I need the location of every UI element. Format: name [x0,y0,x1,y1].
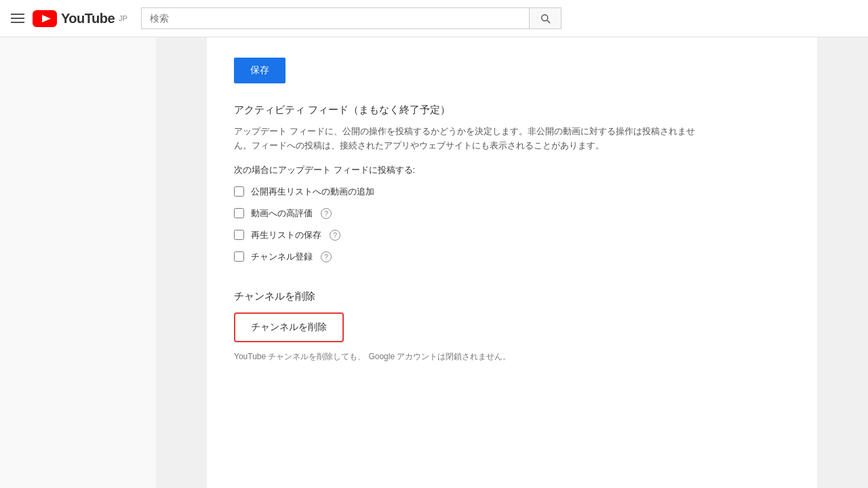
search-area [141,7,561,29]
delete-channel-section: チャンネルを削除 チャンネルを削除 YouTube チャンネルを削除しても、 G… [234,290,790,363]
checkbox-like[interactable] [234,208,244,218]
checkbox-label-save: 再生リストの保存 [251,229,321,241]
help-icon-save[interactable]: ? [330,230,340,241]
checkbox-save[interactable] [234,230,244,240]
checkbox-label-subscribe: チャンネル登録 [251,251,313,263]
checkbox-row-playlist: 公開再生リストへの動画の追加 [234,186,790,198]
checkbox-playlist[interactable] [234,186,244,197]
logo-area: YouTubeJP [33,10,127,27]
save-button[interactable]: 保存 [234,58,285,83]
delete-section-title: チャンネルを削除 [234,290,790,303]
checkbox-row-like: 動画への高評価 ? [234,207,790,220]
delete-note-suffix: Google アカウントは閉鎖されません。 [368,352,511,361]
checkbox-label-playlist: 公開再生リストへの動画の追加 [251,186,374,198]
search-button[interactable] [529,7,561,29]
logo-jp-text: JP [119,14,127,22]
search-input[interactable] [141,7,529,29]
settings-panel: 保存 アクティビティ フィード（まもなく終了予定） アップデート フィードに、公… [207,37,817,488]
activity-feed-title: アクティビティ フィード（まもなく終了予定） [234,104,790,117]
delete-button-wrapper: チャンネルを削除 [234,312,344,342]
feed-label: 次の場合にアップデート フィードに投稿する: [234,164,790,176]
delete-channel-button[interactable]: チャンネルを削除 [237,316,340,339]
checkbox-row-save: 再生リストの保存 ? [234,229,790,241]
help-icon-subscribe[interactable]: ? [321,251,332,262]
sidebar [0,37,156,488]
checkbox-subscribe[interactable] [234,251,244,262]
youtube-logo-icon [33,10,57,27]
help-icon-like[interactable]: ? [321,208,332,219]
checkbox-group: 公開再生リストへの動画の追加 動画への高評価 ? 再生リストの保存 ? [234,186,790,263]
checkbox-row-subscribe: チャンネル登録 ? [234,251,790,263]
header: YouTubeJP [0,0,868,37]
menu-icon[interactable] [11,14,24,23]
activity-feed-description: アップデート フィードに、公開の操作を投稿するかどうかを決定します。非公開の動画… [234,125,709,153]
content-area: 保存 アクティビティ フィード（まもなく終了予定） アップデート フィードに、公… [156,37,868,488]
main-wrapper: 保存 アクティビティ フィード（まもなく終了予定） アップデート フィードに、公… [0,37,868,488]
youtube-logo-text: YouTube [61,11,115,26]
delete-note-prefix: YouTube チャンネルを削除しても、 [234,352,366,361]
search-icon [539,12,551,24]
activity-feed-section: アクティビティ フィード（まもなく終了予定） アップデート フィードに、公開の操… [234,104,790,263]
checkbox-label-like: 動画への高評価 [251,207,313,220]
